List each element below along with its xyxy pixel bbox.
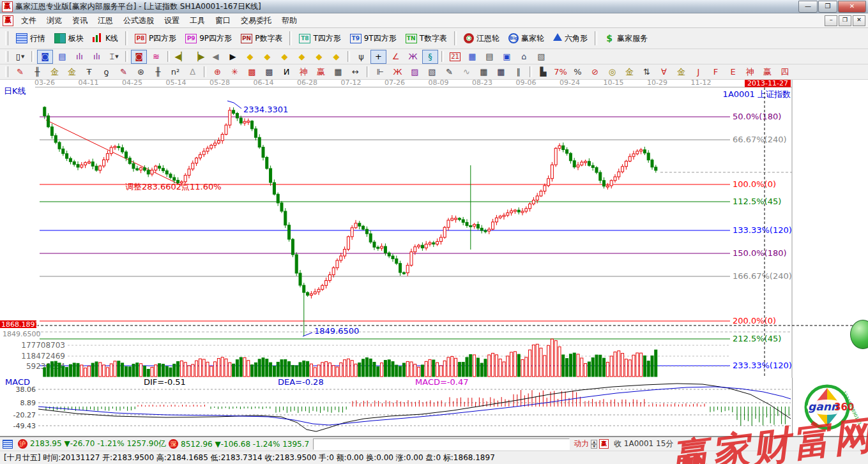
prev-bar[interactable]: ◀: [208, 50, 224, 64]
grid-123[interactable]: ▦: [330, 65, 346, 79]
shen-tool[interactable]: 神: [296, 65, 312, 79]
gold-ratio-1[interactable]: 金: [47, 65, 63, 79]
crosshair-tool[interactable]: +: [370, 50, 386, 64]
zigzag-tool[interactable]: ∿: [459, 65, 475, 79]
zoom-expand-all[interactable]: ◆: [311, 50, 327, 64]
candle-style-dropdown[interactable]: ⌶▼: [106, 50, 122, 64]
toolbar-9P四方形[interactable]: P99P四方形: [181, 29, 236, 47]
ray-fan[interactable]: Ж: [390, 65, 406, 79]
flag-1v1[interactable]: ⇅: [639, 65, 655, 79]
toolbar-T四方形[interactable]: T8T四方形: [294, 29, 345, 47]
close-button[interactable]: ✕: [838, 1, 866, 13]
shade-box-2[interactable]: ▧: [424, 65, 440, 79]
pct-line[interactable]: ⊘: [587, 65, 603, 79]
kline-chart-area[interactable]: 03-2604-1104-2505-1405-2806-1406-2807-12…: [0, 80, 868, 378]
pct-strike[interactable]: 7%: [552, 65, 568, 79]
zoom-shrink-x[interactable]: ◆: [242, 50, 258, 64]
first-bar[interactable]: ◀▏: [173, 50, 189, 64]
menu-浏览[interactable]: 浏览: [42, 14, 67, 27]
shen-angle[interactable]: 神: [742, 65, 758, 79]
toolbar-江恩轮[interactable]: 江恩轮: [459, 29, 504, 47]
gold-line[interactable]: 金: [621, 65, 637, 79]
toolbar-T数字表[interactable]: TNT数字表: [401, 29, 452, 47]
fib-time[interactable]: Ŧ: [81, 65, 97, 79]
notes-tool[interactable]: ▤: [482, 50, 498, 64]
span-arrows[interactable]: ↔: [347, 65, 363, 79]
menu-设置[interactable]: 设置: [159, 14, 185, 27]
bars-9-tool[interactable]: ılı: [89, 50, 105, 64]
command-input[interactable]: [313, 438, 570, 450]
wave-tool[interactable]: §: [422, 50, 438, 64]
volume-profile[interactable]: ≋: [148, 50, 164, 64]
hand-tool[interactable]: ψ: [353, 50, 369, 64]
gann-box[interactable]: ▩: [244, 65, 260, 79]
spiral-tool[interactable]: ƍ: [98, 65, 114, 79]
gold-circle[interactable]: ◎: [604, 65, 620, 79]
pen-ruler[interactable]: ✎: [116, 65, 132, 79]
line-pen[interactable]: ✎: [441, 65, 457, 79]
gann-fan-tool[interactable]: Ж: [405, 50, 421, 64]
e-angle[interactable]: E: [725, 65, 741, 79]
toolbar-板块[interactable]: 板块: [50, 29, 88, 47]
grid-comb[interactable]: ╫: [29, 65, 45, 79]
macd-panel[interactable]: 38.068.89-20.27-49.43MACDDIF=-0.51DEA=-0…: [0, 378, 868, 437]
frame-tool[interactable]: ⊩: [372, 65, 388, 79]
matrix-1[interactable]: ▦: [476, 65, 492, 79]
menu-工具[interactable]: 工具: [185, 14, 210, 27]
comb-2[interactable]: ╫: [150, 65, 166, 79]
toolbar-行情[interactable]: 行情: [11, 29, 50, 47]
cycle-circle[interactable]: ⊛: [133, 65, 149, 79]
square-of-n[interactable]: n²: [167, 65, 183, 79]
shade-box[interactable]: ▨: [407, 65, 423, 79]
last-bar[interactable]: ▕▶: [190, 50, 206, 64]
menu-江恩[interactable]: 江恩: [93, 14, 118, 27]
menu-交易委托[interactable]: 交易委托: [236, 14, 277, 27]
minimize-button[interactable]: —: [798, 1, 818, 13]
info-panel[interactable]: ▤: [54, 50, 70, 64]
win-angle[interactable]: 赢: [759, 65, 775, 79]
kline-style-dropdown[interactable]: ▯▼: [12, 50, 28, 64]
matrix-2[interactable]: ▦: [493, 65, 509, 79]
av-angle[interactable]: ∀: [656, 65, 672, 79]
toolbar-赢家服务[interactable]: $赢家服务: [600, 29, 652, 47]
remote-tool[interactable]: ▧: [533, 50, 549, 64]
net-tool[interactable]: ⌂: [516, 50, 532, 64]
draw-pen[interactable]: ✎: [12, 65, 28, 79]
mdi-button-0[interactable]: －: [825, 15, 837, 26]
k-mark[interactable]: И: [278, 65, 294, 79]
zoom-full[interactable]: ◆: [328, 50, 344, 64]
period-spinner[interactable]: ▲▼: [591, 440, 597, 449]
j-angle[interactable]: J: [690, 65, 706, 79]
f-angle[interactable]: F: [708, 65, 724, 79]
market-grid-icon[interactable]: [3, 440, 13, 449]
four-angle[interactable]: 四: [777, 65, 793, 79]
calculator-tool[interactable]: ▦: [464, 50, 480, 64]
toolbar-P四方形[interactable]: P8P四方形: [130, 29, 181, 47]
toolbar-六角形[interactable]: 六角形: [549, 29, 592, 47]
circle-cross[interactable]: ⊕: [209, 65, 225, 79]
menu-文件[interactable]: 文件: [16, 14, 42, 27]
win-tool[interactable]: 赢: [313, 65, 329, 79]
bars-3-tool[interactable]: ılı: [72, 50, 88, 64]
gann-box-2[interactable]: ▩: [261, 65, 277, 79]
zoom-expand-h[interactable]: ◆: [277, 50, 293, 64]
toolbar-9T四方形[interactable]: T99T四方形: [346, 29, 401, 47]
calendar-tool[interactable]: 21: [447, 50, 463, 64]
zoom-shrink-all[interactable]: ◆: [294, 50, 310, 64]
menu-公式选股[interactable]: 公式选股: [118, 14, 159, 27]
gold-ratio-2[interactable]: 金: [64, 65, 80, 79]
pct[interactable]: %: [570, 65, 586, 79]
angle-a[interactable]: ∆: [185, 65, 201, 79]
toolbar-赢家轮[interactable]: Big赢家轮: [504, 29, 549, 47]
zoom-expand-x[interactable]: ◆: [259, 50, 275, 64]
parallel-lines[interactable]: ∥: [510, 65, 526, 79]
mdi-button-2[interactable]: ✕: [853, 15, 865, 26]
zoom-area-tool[interactable]: ◙: [37, 50, 53, 64]
restore-button[interactable]: ❐: [818, 1, 837, 13]
menu-资讯[interactable]: 资讯: [67, 14, 93, 27]
gold-angle[interactable]: 金: [673, 65, 689, 79]
toolbar-P数字表[interactable]: PNP数字表: [236, 29, 287, 47]
next-bar[interactable]: ▶: [225, 50, 241, 64]
menu-窗口[interactable]: 窗口: [210, 14, 236, 27]
gann-web[interactable]: ✳: [227, 65, 243, 79]
